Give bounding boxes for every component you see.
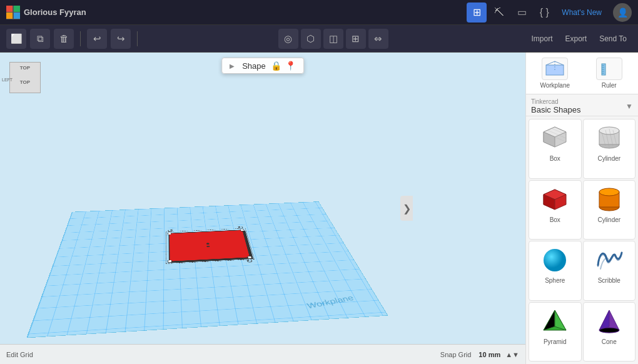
logo-icon xyxy=(6,6,20,19)
gallery-button[interactable]: ▭ xyxy=(512,3,532,23)
selected-shape[interactable]: ↺ ↻ ↻ xyxy=(168,230,251,262)
handle-top-right[interactable] xyxy=(240,230,245,231)
mirror-button[interactable]: ⇔ xyxy=(368,29,388,49)
shape-item-scribble[interactable]: Scribble xyxy=(583,241,636,301)
code-button[interactable]: { } xyxy=(534,3,554,23)
location-pin-icon[interactable]: 📍 xyxy=(285,61,296,71)
separator-1 xyxy=(80,31,81,46)
svg-line-1 xyxy=(546,61,555,65)
selection-outline xyxy=(166,228,255,264)
cone-purple-icon xyxy=(592,306,627,336)
tools-button[interactable]: ⛏ xyxy=(489,3,509,23)
cube-navigator[interactable]: TOP LEFT xyxy=(9,62,47,99)
shape-item-cylinder-orange[interactable]: Cylinder xyxy=(583,180,636,240)
shapes-category: Tinkercad Basic Shapes ▼ xyxy=(526,94,638,116)
cube-top-face[interactable]: TOP xyxy=(9,62,41,93)
svg-point-29 xyxy=(544,249,566,271)
lasso-button[interactable]: ⬡ xyxy=(301,29,321,49)
viewport[interactable]: TOP LEFT ▶ Shape 🔒 📍 xyxy=(0,53,525,364)
edit-grid-button[interactable]: Edit Grid xyxy=(6,351,33,358)
workplane-tool[interactable]: Workplane xyxy=(530,58,580,89)
center-indicator xyxy=(206,243,210,247)
pyramid-green-icon xyxy=(537,306,572,336)
shape-item-box-gray[interactable]: Box xyxy=(529,119,582,179)
app-title: Glorious Fyyran xyxy=(24,8,86,17)
view-tools: ◎ ⬡ ◫ ⊞ ⇔ xyxy=(278,29,388,49)
handle-top-left[interactable] xyxy=(168,233,171,235)
box-red-label: Box xyxy=(550,216,560,223)
cylinder-orange-label: Cylinder xyxy=(597,216,620,223)
separator-2 xyxy=(137,31,138,46)
rotate-handle-br[interactable]: ↻ xyxy=(243,258,255,264)
action-buttons: Import Export Send To xyxy=(526,32,632,46)
cone-purple-label: Cone xyxy=(602,338,617,345)
collapse-panel-button[interactable]: ❯ xyxy=(400,196,413,221)
align-button[interactable]: ⊞ xyxy=(346,29,366,49)
shape-item-cylinder-gray[interactable]: Cylinder xyxy=(583,119,636,179)
shape-item-sphere-blue[interactable]: Sphere xyxy=(529,241,582,301)
scribble-label: Scribble xyxy=(598,277,620,284)
new-button[interactable]: ⬜ xyxy=(6,29,26,49)
box-gray-label: Box xyxy=(550,155,560,162)
category-name: Basic Shapes xyxy=(531,105,581,114)
main-area: TOP LEFT ▶ Shape 🔒 📍 xyxy=(0,53,638,364)
lock-icon[interactable]: 🔒 xyxy=(271,61,281,71)
shape-item-box-red[interactable]: Box xyxy=(529,180,582,240)
redo-button[interactable]: ↪ xyxy=(111,29,131,49)
handle-bottom-left[interactable] xyxy=(168,260,172,263)
location-button[interactable]: ◎ xyxy=(278,29,298,49)
undo-button[interactable]: ↩ xyxy=(87,29,107,49)
group-button[interactable]: ◫ xyxy=(323,29,343,49)
cylinder-orange-icon xyxy=(592,185,627,215)
shape-panel: ▶ Shape 🔒 📍 xyxy=(221,58,304,74)
panel-tools: Workplane Ruler xyxy=(526,53,638,94)
sphere-blue-icon xyxy=(537,245,572,275)
shape-label: Shape xyxy=(242,61,266,71)
workplane-grid: ↺ ↻ ↻ Workplane xyxy=(26,201,388,338)
cylinder-gray-icon xyxy=(592,123,627,153)
copy-button[interactable]: ⧉ xyxy=(30,29,50,49)
svg-marker-32 xyxy=(555,310,566,330)
ruler-tool[interactable]: Ruler xyxy=(584,58,635,89)
shape-item-cone-purple[interactable]: Cone xyxy=(583,302,636,362)
workplane: ↺ ↻ ↻ Workplane xyxy=(26,201,388,338)
svg-marker-35 xyxy=(599,310,609,330)
cylinder-gray-label: Cylinder xyxy=(597,155,620,162)
snap-grid-value[interactable]: 10 mm xyxy=(478,351,500,358)
workplane-label: Workplane xyxy=(305,294,356,310)
export-button[interactable]: Export xyxy=(560,32,592,46)
svg-point-36 xyxy=(599,328,619,333)
snap-grid-label: Snap Grid xyxy=(440,351,472,358)
shape-item-pyramid-green[interactable]: Pyramid xyxy=(529,302,582,362)
right-panel: Workplane Ruler Tinker xyxy=(525,53,638,364)
svg-marker-31 xyxy=(544,310,555,330)
delete-button[interactable]: 🗑 xyxy=(54,29,74,49)
toolbar: ⬜ ⧉ 🗑 ↩ ↪ ◎ ⬡ ◫ ⊞ ⇔ Import Export Send T… xyxy=(0,25,638,53)
category-dropdown-icon[interactable]: ▼ xyxy=(625,102,633,111)
ruler-icon xyxy=(596,58,622,80)
svg-point-28 xyxy=(599,188,619,196)
shape-expand-icon[interactable]: ▶ xyxy=(230,63,235,69)
workplane-icon xyxy=(542,58,568,80)
whats-new-link[interactable]: What's New xyxy=(557,6,607,19)
svg-line-2 xyxy=(555,61,564,65)
grid-view-button[interactable]: ⊞ xyxy=(467,3,487,23)
logo-area: Glorious Fyyran xyxy=(0,6,93,19)
nav-icons: ⊞ ⛏ ▭ { } What's New 👤 xyxy=(467,3,638,23)
viewport-statusbar: Edit Grid Snap Grid 10 mm ▲▼ xyxy=(0,344,525,364)
workplane-label: Workplane xyxy=(540,82,570,89)
import-button[interactable]: Import xyxy=(526,32,557,46)
pyramid-green-label: Pyramid xyxy=(544,338,567,345)
navbar: Glorious Fyyran ⊞ ⛏ ▭ { } What's New 👤 xyxy=(0,0,638,25)
shapes-grid: Box Cylinder xyxy=(526,116,638,364)
send-to-button[interactable]: Send To xyxy=(594,32,632,46)
snap-arrows[interactable]: ▲▼ xyxy=(505,351,519,358)
box-red-icon xyxy=(537,185,572,215)
box-gray-icon xyxy=(537,123,572,153)
user-avatar[interactable]: 👤 xyxy=(613,3,632,22)
category-sub: Tinkercad xyxy=(531,98,581,105)
scribble-icon xyxy=(592,245,627,275)
shape-panel-icons: 🔒 📍 xyxy=(271,61,296,71)
handle-bottom-right[interactable] xyxy=(247,256,251,258)
ruler-label: Ruler xyxy=(602,82,617,89)
